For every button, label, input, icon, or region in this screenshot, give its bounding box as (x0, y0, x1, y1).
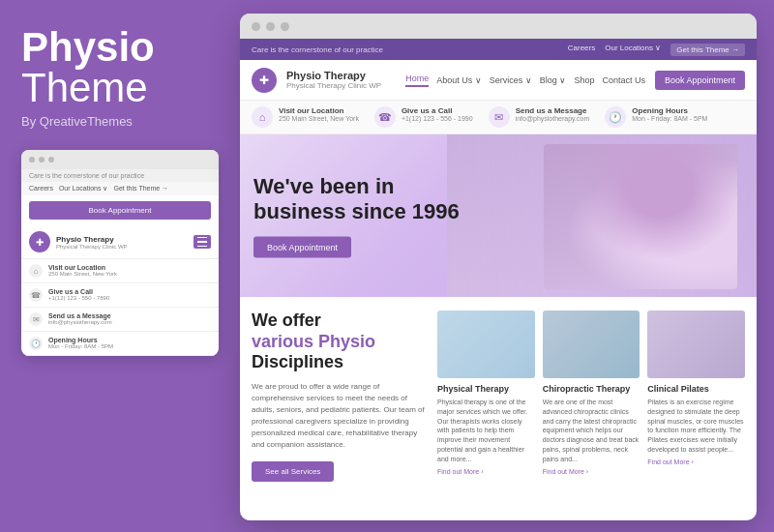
services-title: We offer various Physio Disciplines (252, 310, 426, 373)
mini-header: ✚ Physio Therapy Physical Therapy Clinic… (21, 225, 219, 259)
mini-avatar: ✚ (29, 231, 50, 252)
info-hours-label: Opening Hours (632, 106, 707, 115)
dot-2 (39, 157, 45, 163)
mini-book-button[interactable]: Book Appointment (29, 201, 211, 220)
clock-icon: 🕐 (29, 337, 43, 350)
mini-brand-sub: Physical Therapy Clinic WP (56, 244, 128, 250)
menu-icon[interactable] (194, 235, 211, 249)
service-card-title-2: Chiropractic Therapy (543, 384, 640, 394)
site-logo-icon: ✚ (252, 68, 277, 93)
menu-line-3 (197, 246, 207, 248)
mini-hours-label: Opening Hours (48, 337, 113, 343)
mini-phone-value: +1(12) 123 - 550 - 7890 (48, 295, 109, 301)
mini-nav-locations[interactable]: Our Locations ∨ (59, 185, 108, 192)
info-phone: ☎ Give us a Call +1(12) 123 - 556 - 1990 (374, 106, 473, 128)
topbar-nav: Careers Our Locations ∨ Get this Theme → (568, 44, 745, 56)
info-location-value: 250 Main Street, New York (279, 115, 359, 122)
info-email: ✉ Send us a Message info@physiotherapy.c… (489, 106, 590, 128)
site-logo-text: Physio Therapy Physical Therapy Clinic W… (286, 70, 381, 90)
hero-cta-button[interactable]: Book Appointment (253, 236, 351, 257)
service-card-desc-1: Physical therapy is one of the major ser… (437, 398, 535, 464)
header-book-button[interactable]: Book Appointment (655, 71, 745, 90)
info-location: ⌂ Visit our Location 250 Main Street, Ne… (252, 106, 359, 128)
hero-background (447, 134, 757, 297)
services-title-line1: We offer (252, 310, 321, 330)
find-out-more-3[interactable]: Find out More › (647, 458, 745, 465)
topbar-tagline: Care is the cornerstone of our practice (252, 45, 568, 54)
mini-topbar-text: Care is the cornerstone of our practice (21, 169, 219, 182)
site-logo-sub: Physical Therapy Clinic WP (286, 81, 381, 90)
dot-3 (48, 157, 54, 163)
hero-image-inner (544, 144, 737, 289)
nav-shop[interactable]: Shop (574, 75, 594, 85)
mini-hours-value: Mon - Friday: 8AM - 5PM (48, 343, 113, 349)
brand-heading: Physio Theme By QreativeThemes (21, 27, 219, 129)
mini-nav-careers[interactable]: Careers (29, 185, 53, 192)
brand-theme: Theme (21, 68, 219, 108)
info-location-icon: ⌂ (252, 106, 273, 128)
mini-brand-name: Physio Therapy (56, 235, 128, 244)
service-card-pilates: Clinical Pilates Pilates is an exercise … (647, 310, 745, 482)
info-email-label: Send us a Message (516, 106, 590, 115)
mini-location-row: ⌂ Visit our Location 250 Main Street, Ne… (21, 259, 219, 283)
brand-physio: Physio (21, 27, 219, 68)
mini-nav-gettheme[interactable]: Get this Theme → (113, 185, 168, 192)
info-email-value: info@physiotherapy.com (516, 115, 590, 122)
main-browser: Care is the cornerstone of our practice … (240, 14, 757, 520)
info-hours-value: Mon - Friday: 8AM - 5PM (632, 115, 707, 122)
menu-line-1 (197, 237, 207, 239)
service-card-img-1 (437, 310, 535, 378)
phone-icon: ☎ (29, 288, 43, 302)
mini-email-value: info@physiotherapy.com (48, 319, 112, 325)
info-phone-value: +1(12) 123 - 556 - 1990 (402, 115, 473, 122)
service-card-desc-3: Pilates is an exercise regime designed t… (647, 398, 745, 455)
mini-brand-text: Physio Therapy Physical Therapy Clinic W… (56, 235, 128, 250)
hero-content: We've been in business since 1996 Book A… (253, 174, 466, 258)
info-phone-icon: ☎ (374, 106, 396, 128)
location-icon: ⌂ (29, 264, 43, 278)
dot-1 (29, 157, 35, 163)
service-cards: Physical Therapy Physical therapy is one… (437, 310, 745, 482)
email-icon: ✉ (29, 312, 43, 326)
service-card-img-2 (543, 310, 640, 378)
service-card-physical: Physical Therapy Physical therapy is one… (437, 310, 535, 482)
topbar-careers[interactable]: Careers (568, 44, 595, 56)
find-out-more-1[interactable]: Find out More › (437, 468, 535, 475)
mini-location-label: Visit our Location (48, 264, 117, 271)
main-dot-1 (252, 22, 260, 31)
service-card-img-3 (647, 310, 745, 378)
mini-location-value: 250 Main Street, New York (48, 271, 117, 277)
service-card-title-3: Clinical Pilates (647, 384, 745, 394)
topbar-locations[interactable]: Our Locations ∨ (605, 44, 661, 56)
mini-email-row: ✉ Send us a Message info@physiotherapy.c… (21, 308, 219, 332)
main-browser-bar (240, 14, 757, 39)
find-out-more-2[interactable]: Find out More › (543, 468, 640, 475)
info-location-label: Visit our Location (279, 106, 359, 115)
left-panel: Physio Theme By QreativeThemes Care is t… (0, 0, 240, 532)
topbar-gettheme[interactable]: Get this Theme → (670, 44, 745, 56)
see-services-button[interactable]: See all Services (252, 461, 334, 482)
nav-services[interactable]: Services ∨ (490, 75, 532, 85)
nav-blog[interactable]: Blog ∨ (540, 75, 567, 85)
mini-browser-bar (21, 150, 219, 169)
mini-phone-row: ☎ Give us a Call +1(12) 123 - 550 - 7890 (21, 283, 219, 308)
main-dot-3 (281, 22, 289, 31)
site-logo-name: Physio Therapy (286, 70, 381, 81)
hero-image (544, 144, 737, 289)
services-title-line2: various Physio (252, 332, 375, 351)
menu-line-2 (197, 241, 207, 243)
nav-about[interactable]: About Us ∨ (436, 75, 482, 85)
mini-nav: Careers Our Locations ∨ Get this Theme → (21, 182, 219, 195)
mini-browser: Care is the cornerstone of our practice … (21, 150, 219, 356)
main-dot-2 (266, 22, 275, 31)
info-bar: ⌂ Visit our Location 250 Main Street, Ne… (240, 101, 757, 134)
mini-hours-row: 🕐 Opening Hours Mon - Friday: 8AM - 5PM (21, 332, 219, 356)
nav-home[interactable]: Home (405, 74, 429, 87)
info-hours-icon: 🕐 (605, 106, 626, 128)
service-card-chiropractic: Chiropractic Therapy We are one of the m… (543, 310, 640, 482)
services-title-line3: Disciplines (252, 352, 343, 371)
site-topbar: Care is the cornerstone of our practice … (240, 39, 757, 60)
hero-title: We've been in business since 1996 (253, 174, 466, 225)
nav-contact[interactable]: Contact Us (602, 75, 645, 85)
service-card-title-1: Physical Therapy (437, 384, 535, 394)
